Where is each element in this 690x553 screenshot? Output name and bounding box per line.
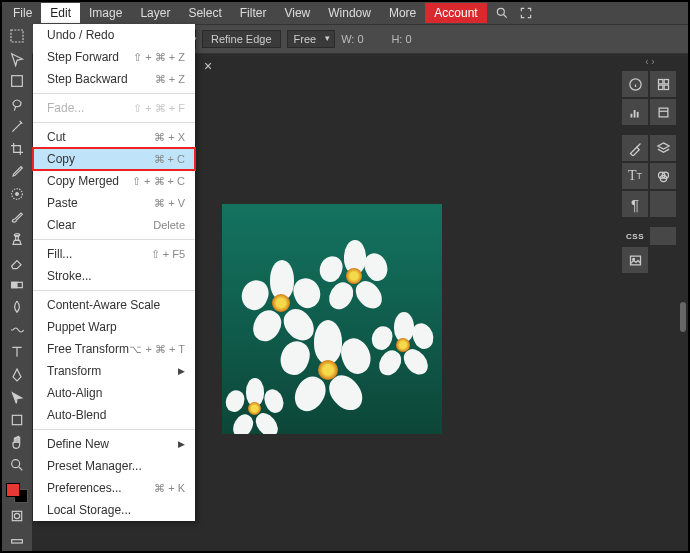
panel-toggle-icon[interactable]: ‹ › (622, 56, 678, 67)
menu-item-step-backward[interactable]: Step Backward⌘ + Z (33, 68, 195, 90)
stamp-tool[interactable] (5, 229, 29, 250)
height-field: H: (391, 33, 433, 45)
canvas-image[interactable] (222, 204, 442, 434)
color-swatches[interactable] (5, 482, 29, 504)
fullscreen-icon[interactable] (517, 4, 535, 22)
eyedropper-tool[interactable] (5, 161, 29, 182)
shape-tool[interactable] (5, 410, 29, 431)
svg-point-0 (497, 8, 504, 15)
menu-item-auto-blend[interactable]: Auto-Blend (33, 404, 195, 426)
menu-layer[interactable]: Layer (131, 3, 179, 23)
menu-more[interactable]: More (380, 3, 425, 23)
quickmask-icon[interactable] (5, 506, 29, 527)
histogram-icon[interactable] (622, 99, 648, 125)
menu-item-clear[interactable]: ClearDelete (33, 214, 195, 236)
menu-item-content-aware-scale[interactable]: Content-Aware Scale (33, 294, 195, 316)
css-panel-button[interactable]: CSS (622, 227, 648, 245)
swatches-icon[interactable] (650, 71, 676, 97)
menu-item-copy-merged[interactable]: Copy Merged⇧ + ⌘ + C (33, 170, 195, 192)
menu-item-auto-align[interactable]: Auto-Align (33, 382, 195, 404)
menu-item-label: Stroke... (47, 269, 92, 283)
paths-icon[interactable] (650, 191, 676, 217)
menu-item-define-new[interactable]: Define New▶ (33, 433, 195, 455)
scrollbar-thumb[interactable] (680, 302, 686, 332)
brush-tool[interactable] (5, 207, 29, 228)
screen-mode-icon[interactable] (5, 531, 29, 552)
menu-item-shortcut: ⇧ + ⌘ + F (133, 102, 185, 115)
menu-account[interactable]: Account (425, 3, 486, 23)
menu-item-stroke[interactable]: Stroke... (33, 265, 195, 287)
menu-item-transform[interactable]: Transform▶ (33, 360, 195, 382)
history-icon[interactable] (650, 99, 676, 125)
blur-tool[interactable] (5, 297, 29, 318)
menu-file[interactable]: File (4, 3, 41, 23)
menu-separator (33, 429, 195, 430)
menu-item-undo-redo[interactable]: Undo / Redo (33, 24, 195, 46)
menu-item-fill[interactable]: Fill...⇧ + F5 (33, 243, 195, 265)
width-field: W: (341, 33, 385, 45)
menu-item-local-storage[interactable]: Local Storage... (33, 499, 195, 521)
wand-tool[interactable] (5, 116, 29, 137)
menu-window[interactable]: Window (319, 3, 380, 23)
path-select-tool[interactable] (5, 387, 29, 408)
menu-filter[interactable]: Filter (231, 3, 276, 23)
image-panel-icon[interactable] (622, 247, 648, 273)
svg-point-11 (12, 460, 20, 468)
gradient-tool[interactable] (5, 274, 29, 295)
tab-close-icon[interactable]: × (204, 58, 212, 74)
refine-edge-button[interactable]: Refine Edge (202, 30, 281, 48)
menu-view[interactable]: View (275, 3, 319, 23)
hand-tool[interactable] (5, 432, 29, 453)
menu-item-label: Copy Merged (47, 174, 119, 188)
menu-item-shortcut: ⌘ + X (154, 131, 185, 144)
height-input[interactable] (405, 33, 433, 45)
move-tool[interactable] (5, 49, 29, 70)
zoom-tool[interactable] (5, 455, 29, 476)
menu-item-paste[interactable]: Paste⌘ + V (33, 192, 195, 214)
crop-tool[interactable] (5, 139, 29, 160)
pen-tool[interactable] (5, 365, 29, 386)
channels-icon[interactable] (650, 163, 676, 189)
width-input[interactable] (357, 33, 385, 45)
type-tool[interactable] (5, 342, 29, 363)
rect-select-tool[interactable] (5, 71, 29, 92)
menu-item-free-transform[interactable]: Free Transform⌥ + ⌘ + T (33, 338, 195, 360)
menu-image[interactable]: Image (80, 3, 131, 23)
menu-item-preset-manager[interactable]: Preset Manager... (33, 455, 195, 477)
info-icon[interactable] (622, 71, 648, 97)
menubar: FileEditImageLayerSelectFilterViewWindow… (2, 2, 688, 24)
menu-item-label: Step Backward (47, 72, 128, 86)
menu-item-label: Clear (47, 218, 76, 232)
menu-edit[interactable]: Edit (41, 3, 80, 23)
menu-item-label: Define New (47, 437, 109, 451)
menu-item-shortcut: ⇧ + ⌘ + C (132, 175, 185, 188)
layers-icon[interactable] (650, 135, 676, 161)
eraser-tool[interactable] (5, 252, 29, 273)
menu-item-label: Local Storage... (47, 503, 131, 517)
menu-item-shortcut: ⌘ + Z (155, 73, 185, 86)
menu-select[interactable]: Select (179, 3, 230, 23)
svg-rect-26 (659, 108, 668, 117)
menu-item-preferences[interactable]: Preferences...⌘ + K (33, 477, 195, 499)
menu-item-label: Copy (47, 152, 75, 166)
svg-point-5 (16, 193, 19, 196)
menu-item-step-forward[interactable]: Step Forward⇧ + ⌘ + Z (33, 46, 195, 68)
liquify-tool[interactable] (5, 320, 29, 341)
character-icon[interactable]: TT (622, 163, 648, 189)
brush-icon[interactable] (622, 135, 648, 161)
lasso-tool[interactable] (5, 94, 29, 115)
menu-item-label: Preferences... (47, 481, 122, 495)
menu-item-label: Step Forward (47, 50, 119, 64)
foreground-color[interactable] (6, 483, 20, 497)
search-icon[interactable] (493, 4, 511, 22)
marquee-tool[interactable] (5, 26, 29, 47)
menu-item-cut[interactable]: Cut⌘ + X (33, 126, 195, 148)
menu-item-label: Free Transform (47, 342, 129, 356)
paragraph-icon[interactable]: ¶ (622, 191, 648, 217)
menu-item-puppet-warp[interactable]: Puppet Warp (33, 316, 195, 338)
constraint-dropdown[interactable]: Free (287, 30, 336, 48)
svg-rect-9 (12, 282, 17, 287)
edit-menu-dropdown: Undo / RedoStep Forward⇧ + ⌘ + ZStep Bac… (33, 24, 195, 521)
healing-tool[interactable] (5, 184, 29, 205)
menu-item-copy[interactable]: Copy⌘ + C (33, 148, 195, 170)
